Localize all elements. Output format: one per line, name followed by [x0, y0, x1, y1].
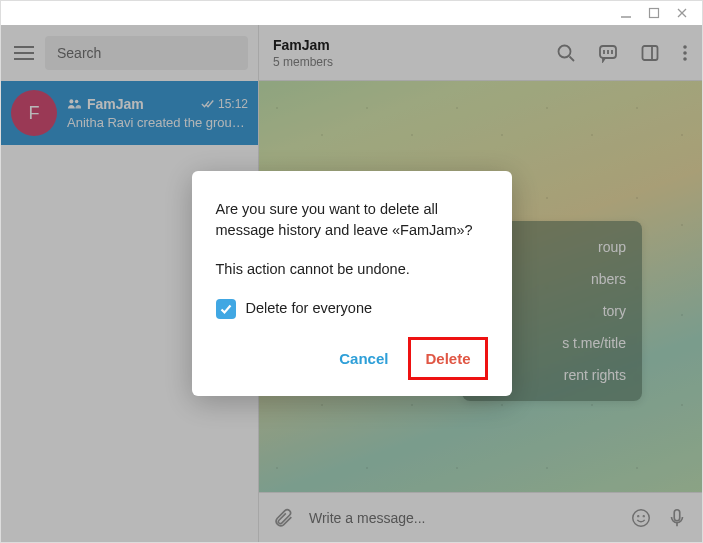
minimize-icon[interactable] — [620, 7, 632, 19]
cancel-button[interactable]: Cancel — [327, 342, 400, 375]
maximize-icon[interactable] — [648, 7, 660, 19]
checkbox-checked-icon[interactable] — [216, 299, 236, 319]
dialog-message: Are you sure you want to delete all mess… — [216, 199, 488, 241]
delete-for-everyone-row[interactable]: Delete for everyone — [216, 298, 488, 319]
close-icon[interactable] — [676, 7, 688, 19]
delete-dialog: Are you sure you want to delete all mess… — [192, 171, 512, 396]
annotation-highlight: Delete — [408, 337, 487, 380]
checkbox-label: Delete for everyone — [246, 298, 373, 319]
modal-scrim[interactable]: Are you sure you want to delete all mess… — [1, 25, 702, 542]
svg-rect-1 — [650, 9, 659, 18]
delete-button[interactable]: Delete — [413, 342, 482, 375]
titlebar — [1, 1, 702, 25]
dialog-warning: This action cannot be undone. — [216, 259, 488, 280]
app-window: F FamJam 15:12 Anitha Ravi created the g… — [0, 0, 703, 543]
